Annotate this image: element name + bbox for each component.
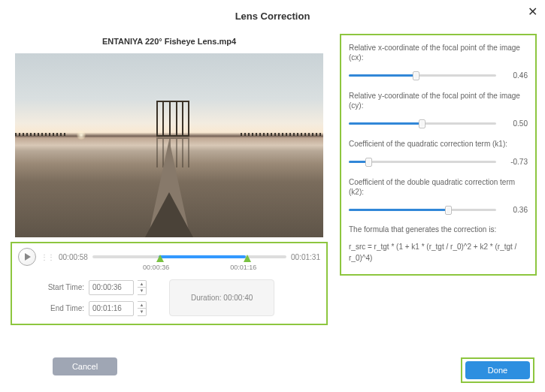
formula-body: r_src = r_tgt * (1 + k1 * (r_tgt / r_0)^… [349, 241, 528, 264]
timeline-track[interactable]: 00:00:36 00:01:16 [92, 249, 286, 264]
video-filename: ENTANIYA 220° Fisheye Lens.mp4 [8, 29, 331, 53]
end-time-label: End Time: [41, 304, 84, 312]
range-end-time: 00:01:16 [230, 264, 256, 271]
duration-display: Duration: 00:00:40 [169, 279, 274, 316]
param-cx-value: 0.46 [502, 71, 528, 80]
param-cy-slider[interactable] [349, 118, 496, 128]
start-time-stepper[interactable]: ▲ ▼ [138, 280, 147, 295]
param-cx-slider[interactable] [349, 70, 496, 80]
dialog-title: Lens Correction [0, 0, 545, 29]
formula-intro: The formula that generates the correctio… [349, 225, 528, 234]
video-preview [15, 53, 323, 237]
play-button[interactable] [18, 248, 36, 266]
timeline-controls: ⋮⋮ 00:00:58 00:00:36 00:01:16 00:01:31 [11, 242, 328, 325]
end-time-input[interactable] [89, 301, 134, 316]
drag-handle-icon[interactable]: ⋮⋮ [41, 253, 54, 261]
start-time-label: Start Time: [41, 283, 84, 291]
play-icon [25, 253, 31, 261]
cancel-button[interactable]: Cancel [53, 357, 117, 375]
stepper-down-icon[interactable]: ▼ [138, 288, 146, 294]
close-icon[interactable]: ✕ [528, 5, 537, 19]
range-start-time: 00:00:36 [143, 264, 169, 271]
start-time-input[interactable] [89, 280, 134, 295]
param-k1-label: Coefficient of the quadratic correction … [349, 139, 528, 149]
current-time: 00:00:58 [59, 253, 88, 261]
param-k2-slider[interactable] [349, 204, 496, 215]
stepper-up-icon[interactable]: ▲ [138, 281, 146, 288]
param-k2-label: Coefficient of the double quadratic corr… [349, 177, 528, 197]
done-button[interactable]: Done [465, 361, 530, 379]
correction-params: Relative x-coordinate of the focal point… [340, 34, 537, 276]
param-k2-value: 0.36 [502, 206, 528, 214]
param-cy-value: 0.50 [502, 119, 528, 128]
param-cy-label: Relative y-coordinate of the focal point… [349, 91, 528, 110]
param-k1-value: -0.73 [502, 158, 528, 166]
stepper-up-icon[interactable]: ▲ [138, 302, 146, 309]
param-k1-slider[interactable] [349, 156, 496, 167]
param-cx-label: Relative x-coordinate of the focal point… [349, 43, 528, 62]
stepper-down-icon[interactable]: ▼ [138, 309, 146, 315]
end-time-stepper[interactable]: ▲ ▼ [138, 301, 147, 316]
total-time: 00:01:31 [291, 253, 320, 261]
